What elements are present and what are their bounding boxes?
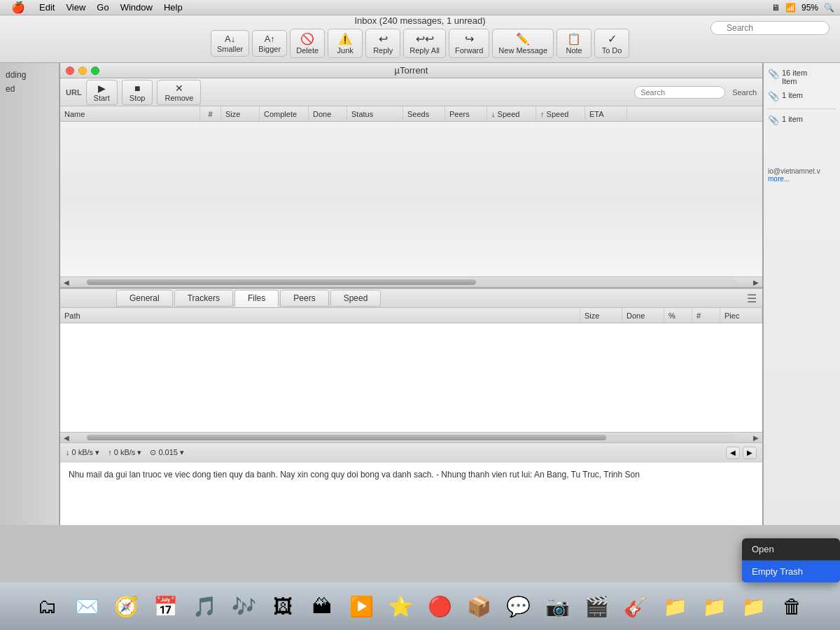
utorrent-title: µTorrent (395, 65, 428, 76)
attachment-item-2: 📎 1 item (768, 91, 836, 102)
reply-all-button[interactable]: ↩↩ Reply All (403, 29, 446, 58)
dock-folder2[interactable]: 📁 (696, 589, 732, 625)
tab-speed[interactable]: Speed (330, 290, 382, 307)
delete-button[interactable]: 🚫 Delete (290, 29, 325, 58)
dock-star[interactable]: ⭐ (382, 589, 419, 625)
dock: 🗂 ✉️ 🧭 📅 🎵 🎶 🖼 🏔 ▶️ ⭐ 🔴 📦 💬 📷 🎬 🎸 📁 📁 📁 … (0, 582, 840, 630)
dock-mail[interactable]: ✉️ (69, 589, 105, 625)
tab-peers[interactable]: Peers (280, 290, 328, 307)
menu-window[interactable]: Window (115, 2, 158, 13)
tab-trackers[interactable]: Trackers (174, 290, 233, 307)
files-table-header: Path Size Done % # Piec (60, 308, 762, 323)
wifi-icon: 📶 (785, 3, 796, 13)
remove-button[interactable]: ✕ Remove (157, 80, 201, 105)
context-open[interactable]: Open (742, 538, 840, 561)
minimize-button[interactable] (78, 66, 87, 75)
col-uspeed-header: ↑ Speed (536, 106, 585, 121)
status-nav-back[interactable]: ◀ (726, 447, 740, 459)
dock-photos[interactable]: 🖼 (265, 589, 301, 625)
bigger-button[interactable]: A↑ Bigger (252, 30, 287, 57)
scroll-track (87, 279, 736, 285)
scroll-thumb[interactable] (87, 279, 476, 285)
dock-quicktime[interactable]: ▶️ (343, 589, 379, 625)
menu-edit[interactable]: Edit (34, 2, 60, 13)
attachment-count-1: 16 item Item (782, 69, 807, 85)
files-hscroll[interactable]: ◀ ▶ (60, 432, 762, 442)
new-message-button[interactable]: ✏️ New Message (492, 29, 554, 58)
stop-button[interactable]: ■ Stop (122, 80, 153, 105)
smaller-icon: A↓ (225, 34, 235, 44)
torrent-hscroll[interactable]: ◀ ▶ (60, 276, 762, 287)
mail-attachments-sidebar: 📎 16 item Item 📎 1 item 📎 1 item io@viet… (763, 63, 840, 525)
utorrent-status-bar: ↓ 0 kB/s ▾ ↑ 0 kB/s ▾ ⊙ 0.015 ▾ ◀ ▶ (60, 442, 762, 462)
tab-general[interactable]: General (116, 290, 173, 307)
files-scroll-thumb[interactable] (87, 435, 606, 440)
new-message-icon: ✏️ (516, 32, 530, 46)
mail-search-input[interactable] (710, 21, 830, 35)
email-preview: io@vietnamnet.v more... (768, 167, 836, 183)
tab-files[interactable]: Files (234, 290, 279, 307)
paperclip-icon-3: 📎 (768, 115, 779, 125)
note-icon: 📋 (567, 32, 581, 46)
utorrent-search-input[interactable] (634, 86, 725, 99)
tab-options-icon[interactable]: ☰ (747, 292, 757, 305)
context-menu: Open Empty Trash (742, 538, 840, 582)
apple-menu[interactable]: 🍎 (6, 1, 34, 14)
menu-help[interactable]: Help (158, 2, 188, 13)
status-nav-forward[interactable]: ▶ (743, 447, 757, 459)
maximize-button[interactable] (91, 66, 99, 75)
magnifier-icon[interactable]: 🔍 (824, 3, 834, 13)
junk-icon: ⚠️ (338, 32, 352, 46)
dock-app6[interactable]: 🎸 (617, 589, 654, 625)
forward-button[interactable]: ↪ Forward (449, 29, 489, 58)
dock-safari[interactable]: 🧭 (108, 589, 144, 625)
attachment-item-3: 📎 1 item (768, 115, 836, 125)
dock-app2[interactable]: 📦 (461, 589, 497, 625)
col-complete-header: Complete (260, 106, 309, 121)
dock-trash[interactable]: 🗑 (774, 589, 811, 625)
dock-finder[interactable]: 🗂 (29, 589, 66, 625)
menu-view[interactable]: View (60, 2, 91, 13)
files-col-size-header: Size (580, 308, 622, 323)
status-nav: ◀ ▶ (726, 447, 757, 459)
context-empty-trash[interactable]: Empty Trash (742, 561, 840, 582)
battery-status: 95% (802, 3, 818, 13)
note-button[interactable]: 📋 Note (556, 29, 592, 58)
scroll-right-arrow[interactable]: ▶ (750, 277, 762, 288)
col-status-header: Status (347, 106, 403, 121)
utorrent-search (634, 86, 725, 99)
dock-folder3[interactable]: 📁 (735, 589, 771, 625)
close-button[interactable] (66, 66, 74, 75)
files-scroll-left[interactable]: ◀ (60, 433, 73, 443)
sidebar-item-dding[interactable]: dding (3, 69, 56, 81)
utorrent-titlebar: µTorrent (60, 63, 762, 78)
scroll-left-arrow[interactable]: ◀ (60, 277, 73, 288)
utorrent-window: µTorrent URL ▶ Start ■ Stop ✕ Remove Sea… (59, 63, 763, 525)
more-link[interactable]: more... (768, 175, 790, 183)
dock-preview[interactable]: 🏔 (304, 589, 340, 625)
junk-button[interactable]: ⚠️ Junk (328, 29, 363, 58)
files-scroll-right[interactable]: ▶ (750, 433, 762, 443)
col-size-header: Size (221, 106, 260, 121)
start-button[interactable]: ▶ Start (86, 80, 118, 105)
dock-app5[interactable]: 🎬 (578, 589, 615, 625)
dock-app3[interactable]: 💬 (500, 589, 536, 625)
attachment-item-1: 📎 16 item Item (768, 69, 836, 85)
dock-app4[interactable]: 📷 (539, 589, 575, 625)
todo-icon: ✓ (608, 32, 617, 46)
dock-folder1[interactable]: 📁 (657, 589, 693, 625)
todo-button[interactable]: ✓ To Do (594, 29, 629, 58)
reply-button[interactable]: ↩ Reply (365, 29, 400, 58)
bigger-icon: A↑ (265, 34, 275, 44)
smaller-button[interactable]: A↓ Smaller (211, 30, 249, 57)
col-dspeed-header: ↓ Speed (487, 106, 536, 121)
col-eta-header: ETA (585, 106, 627, 121)
menu-go[interactable]: Go (91, 2, 114, 13)
files-col-done-header: Done (622, 308, 664, 323)
sidebar-item-ed[interactable]: ed (3, 83, 56, 95)
dock-ipod[interactable]: 🎵 (186, 589, 223, 625)
dock-app1[interactable]: 🔴 (421, 589, 458, 625)
utorrent-toolbar: URL ▶ Start ■ Stop ✕ Remove Search (60, 78, 762, 106)
dock-itunes[interactable]: 🎶 (225, 589, 262, 625)
dock-ical[interactable]: 📅 (147, 589, 183, 625)
